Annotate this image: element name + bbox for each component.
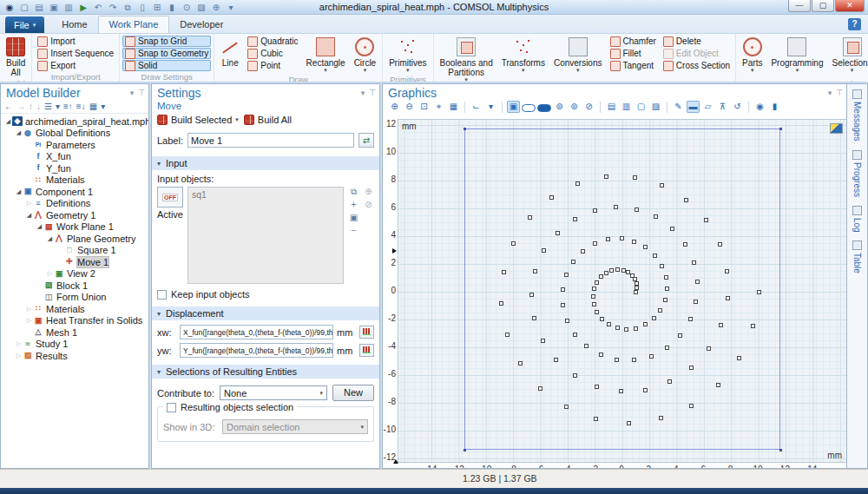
duplicate-icon[interactable]: ⊞: [151, 2, 163, 13]
minimize-button[interactable]: —: [788, 0, 811, 12]
zoom-icon[interactable]: ⊕: [210, 2, 222, 13]
file-menu-button[interactable]: File ▾: [5, 16, 44, 33]
geometry-square[interactable]: [635, 286, 639, 290]
tab-developer[interactable]: Developer: [169, 16, 233, 33]
geometry-square[interactable]: [518, 361, 523, 366]
paste-icon[interactable]: ▯: [136, 2, 148, 13]
geometry-square[interactable]: [575, 181, 580, 186]
geometry-square[interactable]: [737, 356, 741, 360]
contribute-to-select[interactable]: None ▾: [220, 385, 327, 400]
tree-expander-icon[interactable]: ▷: [25, 317, 33, 324]
geometry-square[interactable]: [564, 273, 569, 277]
panel-pin-icon[interactable]: ⊤: [138, 89, 145, 97]
geometry-square[interactable]: [716, 383, 720, 387]
selections-button[interactable]: Selections▾: [828, 36, 868, 74]
tree-item-geometry-1[interactable]: ◢⋀Geometry 1: [1, 209, 148, 221]
dock-tab-log[interactable]: Log: [852, 206, 862, 233]
tree-item-global-definitions[interactable]: ◢◍Global Definitions: [1, 128, 148, 140]
geometry-square[interactable]: [634, 290, 638, 294]
new-file-icon[interactable]: ▢: [18, 2, 30, 13]
zoom-to-selection-icon[interactable]: ⊡: [418, 101, 431, 113]
label-input[interactable]: Move 1: [187, 133, 354, 148]
section-input[interactable]: ▾ Input: [152, 156, 379, 170]
geometry-square[interactable]: [683, 242, 687, 247]
geometry-square[interactable]: [627, 421, 631, 425]
tree-expander-icon[interactable]: ◢: [25, 212, 33, 219]
copy-icon[interactable]: ⧉: [122, 2, 134, 13]
selection-handle[interactable]: [464, 449, 466, 451]
view-indicator-icon[interactable]: [830, 123, 843, 134]
tree-expander-icon[interactable]: ◢: [15, 188, 23, 195]
tree-item-materials[interactable]: ▷∷Materials: [1, 303, 148, 315]
tree-item-parameters[interactable]: PiParameters: [1, 139, 148, 151]
geometry-square[interactable]: [670, 227, 674, 231]
delete-button[interactable]: Delete: [661, 36, 733, 47]
geometry-square[interactable]: [658, 308, 662, 313]
geometry-square[interactable]: [561, 303, 565, 307]
build-all-button[interactable]: Build All: [244, 115, 292, 125]
tree-expander-icon[interactable]: ▷: [25, 200, 33, 207]
tree-item-form-union[interactable]: ◫Form Union: [1, 292, 148, 304]
parts-button[interactable]: Parts▾: [739, 36, 766, 74]
insert-sequence-button[interactable]: Insert Sequence: [35, 48, 116, 59]
model-tree-node-icon[interactable]: ▦: [89, 102, 97, 111]
paste-selection-icon[interactable]: ▣: [348, 213, 359, 223]
tree-item-block-1[interactable]: ▧Block 1: [1, 280, 148, 292]
geometry-square[interactable]: [571, 260, 575, 264]
geometry-square[interactable]: [556, 231, 560, 235]
geometry-square[interactable]: [511, 241, 516, 246]
tangent-button[interactable]: Tangent: [608, 60, 659, 71]
geometry-square[interactable]: [591, 294, 595, 299]
geometry-square[interactable]: [633, 175, 637, 180]
tree-item-results[interactable]: ▷▨Results: [1, 350, 148, 362]
tree-item-view-2[interactable]: ▷▣View 2: [1, 268, 148, 280]
tree-expander-icon[interactable]: ▷: [15, 340, 23, 347]
tree-expander-icon[interactable]: ◢: [4, 118, 12, 125]
tree-item-heat-transfer-in-solids[interactable]: ▷▣Heat Transfer in Solids: [1, 315, 148, 327]
move-down-icon[interactable]: ↓: [36, 102, 41, 111]
geometry-square[interactable]: [635, 207, 639, 212]
geometry-square[interactable]: [653, 254, 657, 258]
geometry-square[interactable]: [660, 264, 664, 268]
xw-expression-input[interactable]: X_fun([range(theta_0,(theta_f-(theta_0))…: [180, 325, 333, 339]
axis-orientation-icon[interactable]: ⌙: [470, 101, 483, 113]
geometry-square[interactable]: [632, 358, 636, 362]
geometry-square[interactable]: [615, 267, 620, 272]
geometry-square[interactable]: [532, 316, 536, 320]
material-icon[interactable]: ▨: [195, 2, 207, 13]
build-all-button[interactable]: BuildAll: [3, 36, 29, 78]
active-toggle-button[interactable]: OFF: [157, 187, 183, 207]
search-icon[interactable]: ⊙: [181, 2, 193, 13]
transparency-icon[interactable]: ⊜: [553, 101, 566, 113]
geometry-square[interactable]: [621, 268, 626, 273]
chamfer-button[interactable]: Chamfer: [608, 36, 659, 47]
tree-expander-icon[interactable]: ▷: [25, 306, 33, 313]
section-selections[interactable]: ▾ Selections of Resulting Entities: [152, 365, 379, 379]
new-button[interactable]: New: [332, 385, 374, 401]
open-icon[interactable]: ▤: [33, 2, 45, 13]
tree-item-archimedian-spiral-heat-mph[interactable]: ◢◆archimedian_spiral_heat.mph: [1, 115, 148, 128]
geometry-square[interactable]: [619, 389, 623, 393]
geometry-square[interactable]: [689, 404, 694, 408]
geometry-square[interactable]: [632, 240, 636, 244]
tree-expander-icon[interactable]: ◢: [15, 129, 23, 136]
hide-selected-icon[interactable]: ✎: [672, 101, 685, 113]
qat-dropdown[interactable]: ▾: [225, 2, 237, 13]
panel-menu-icon[interactable]: ▾: [828, 89, 832, 97]
import-button[interactable]: Import: [35, 36, 116, 47]
panel-pin-icon[interactable]: ⊤: [836, 89, 843, 97]
geometry-square[interactable]: [751, 324, 755, 328]
model-manager-icon[interactable]: ▥: [62, 2, 75, 13]
tree-item-component-1[interactable]: ◢▣Component 1: [1, 186, 148, 198]
add-icon[interactable]: +: [348, 200, 359, 210]
tree-item-study-1[interactable]: ▷≈Study 1: [1, 339, 148, 351]
tree-item-plane-geometry[interactable]: ◢⋀Plane Geometry: [1, 233, 148, 245]
geometry-square[interactable]: [726, 296, 730, 300]
geometry-square[interactable]: [684, 198, 688, 202]
tree-expander-icon[interactable]: ◢: [36, 223, 43, 230]
reset-rotation-icon[interactable]: ↺: [731, 101, 744, 113]
geometry-square[interactable]: [593, 208, 597, 213]
deselect-box-icon[interactable]: ▨: [649, 101, 662, 113]
tree-item-move-1[interactable]: ✛Move 1: [1, 256, 148, 268]
geometry-square[interactable]: [599, 274, 603, 279]
